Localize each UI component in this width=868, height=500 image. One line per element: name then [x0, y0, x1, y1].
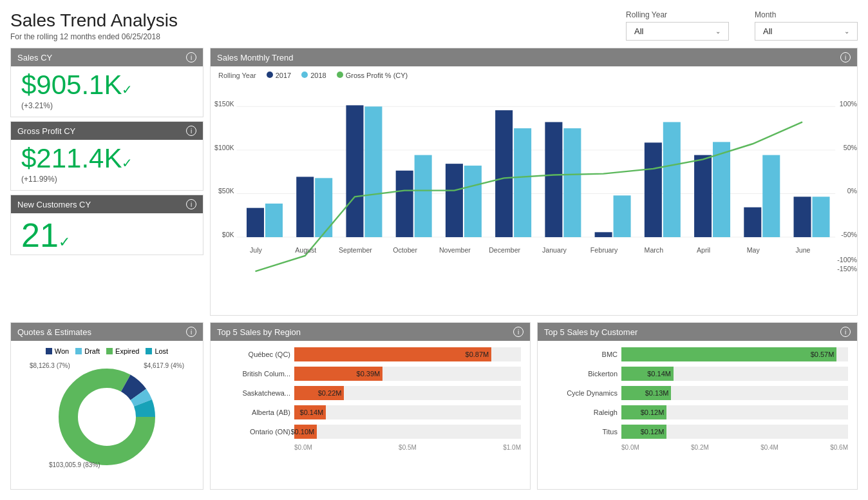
legend-rolling-label: Rolling Year	[218, 72, 256, 79]
region-fill-5: $0.10M	[294, 425, 317, 439]
svg-text:100%: 100%	[840, 100, 857, 108]
customer-bar-3: Cycle Dynamics $0.13M	[547, 386, 848, 400]
svg-rect-35	[762, 155, 780, 237]
page-subtitle: For the rolling 12 months ended 06/25/20…	[10, 32, 178, 41]
svg-text:April: April	[697, 246, 710, 254]
quotes-header: Quotes & Estimates i	[11, 323, 203, 341]
header-right: Rolling Year All ⌄ Month All ⌄	[626, 10, 858, 41]
rolling-year-select[interactable]: All ⌄	[626, 22, 729, 41]
donut-container: $8,126.3 (7%) $4,617.9 (4%) $103,005.9 (…	[42, 359, 171, 468]
svg-rect-23	[464, 166, 482, 237]
customer-track-2: $0.14M	[621, 367, 848, 381]
customer-axis-0: $0.0M	[621, 444, 639, 451]
new-customers-value: 21✓	[11, 213, 203, 255]
svg-rect-29	[614, 195, 631, 237]
customer-bar-4: Raleigh $0.12M	[547, 405, 848, 419]
customer-val-4: $0.12M	[641, 409, 665, 416]
monthly-trend-svg: $150K $100K $50K $0K 100% 50% 0% -50% -1…	[211, 84, 857, 284]
region-bar-4: Alberta (AB) $0.14M	[220, 405, 521, 419]
customer-fill-4: $0.12M	[621, 405, 666, 419]
sales-trend-chart: $150K $100K $50K $0K 100% 50% 0% -50% -1…	[211, 84, 857, 284]
customer-label-3: Cycle Dynamics	[547, 389, 618, 397]
sales-cy-title: Sales CY	[17, 53, 52, 63]
draft-color	[75, 348, 82, 354]
quotes-info[interactable]: i	[186, 327, 196, 337]
gross-profit-value: $211.4K✓	[11, 140, 203, 175]
page: Sales Trend Analysis For the rolling 12 …	[0, 0, 868, 500]
rolling-year-value: All	[634, 26, 643, 36]
segment-label-won: $103,005.9 (83%)	[49, 461, 100, 468]
page-title: Sales Trend Analysis	[10, 10, 178, 31]
customer-fill-5: $0.12M	[621, 425, 666, 439]
region-label-5: Ontario (ON)	[220, 428, 290, 436]
chart-panel: Sales Monthly Trend i Rolling Year 2017 …	[210, 48, 858, 316]
svg-text:November: November	[439, 246, 471, 254]
region-label-2: British Colum...	[220, 370, 290, 378]
svg-text:January: January	[542, 246, 567, 254]
svg-text:September: September	[339, 246, 372, 254]
region-bar-3: Saskatchewa... $0.22M	[220, 386, 521, 400]
new-customers-card: New Customers CY i 21✓	[10, 195, 203, 255]
customer-val-2: $0.14M	[647, 370, 671, 378]
svg-text:50%: 50%	[844, 144, 857, 151]
customer-label-4: Raleigh	[547, 409, 618, 416]
sales-cy-card: Sales CY i $905.1K✓ (+3.21%)	[10, 48, 203, 117]
sales-cy-info[interactable]: i	[186, 52, 196, 63]
legend-expired: Expired	[106, 347, 139, 355]
sales-trend-info[interactable]: i	[840, 52, 851, 63]
quotes-title: Quotes & Estimates	[17, 327, 91, 337]
region-track-1: $0.87M	[294, 347, 521, 361]
new-customers-info[interactable]: i	[186, 199, 196, 209]
customer-track-3: $0.13M	[621, 386, 848, 400]
customer-val-1: $0.57M	[811, 351, 835, 358]
sales-cy-change: (+3.21%)	[11, 101, 203, 117]
svg-rect-14	[247, 208, 264, 237]
region-axis-0: $0.0M	[294, 444, 312, 451]
svg-rect-15	[265, 204, 283, 237]
svg-rect-19	[364, 106, 382, 237]
gross-profit-info[interactable]: i	[186, 126, 196, 136]
region-label-3: Saskatchewa...	[220, 389, 290, 397]
region-bars: Québec (QC) $0.87M British Colum... $0.3…	[211, 341, 530, 457]
sales-cy-trend: ✓	[122, 82, 133, 97]
customer-fill-2: $0.14M	[621, 367, 674, 381]
svg-rect-16	[296, 177, 314, 237]
customer-info[interactable]: i	[840, 327, 851, 337]
region-fill-3: $0.22M	[294, 386, 344, 400]
legend-draft: Draft	[75, 347, 100, 355]
svg-rect-24	[495, 110, 513, 237]
customer-axis-04: $0.4M	[760, 444, 778, 451]
donut-legend: Won Draft Expired Lost	[46, 347, 168, 355]
customer-bar-5: Titus $0.12M	[547, 425, 848, 439]
month-select[interactable]: All ⌄	[755, 22, 858, 41]
legend-2018-item: 2018	[301, 72, 326, 79]
svg-rect-26	[545, 122, 562, 237]
gross-profit-header: Gross Profit CY i	[11, 122, 203, 140]
region-axis-05: $0.5M	[399, 444, 417, 451]
region-axis-1: $1.0M	[503, 444, 521, 451]
region-label-4: Alberta (AB)	[220, 409, 290, 416]
region-label-1: Québec (QC)	[220, 351, 290, 358]
svg-rect-22	[446, 164, 463, 237]
region-track-3: $0.22M	[294, 386, 521, 400]
new-customers-header: New Customers CY i	[11, 195, 203, 213]
svg-text:$50K: $50K	[218, 187, 234, 195]
gross-profit-card: Gross Profit CY i $211.4K✓ (+11.99%)	[10, 121, 203, 191]
svg-text:-50%: -50%	[841, 231, 857, 238]
region-axis: $0.0M $0.5M $1.0M	[220, 444, 521, 451]
customer-label-5: Titus	[547, 428, 618, 436]
customer-fill-1: $0.57M	[621, 347, 836, 361]
svg-text:August: August	[295, 246, 316, 254]
svg-text:$150K: $150K	[214, 100, 234, 108]
region-track-2: $0.39M	[294, 367, 521, 381]
svg-rect-27	[563, 128, 581, 237]
sales-trend-card: Sales Monthly Trend i Rolling Year 2017 …	[210, 48, 858, 316]
lost-label: Lost	[155, 347, 168, 355]
region-header: Top 5 Sales by Region i	[211, 323, 530, 341]
region-info[interactable]: i	[513, 327, 524, 337]
new-customers-trend: ✓	[59, 234, 70, 250]
svg-text:October: October	[393, 246, 417, 254]
legend-2017-label: 2017	[276, 72, 291, 79]
draft-label: Draft	[84, 347, 100, 355]
donut-area: Won Draft Expired Lost	[11, 341, 203, 475]
